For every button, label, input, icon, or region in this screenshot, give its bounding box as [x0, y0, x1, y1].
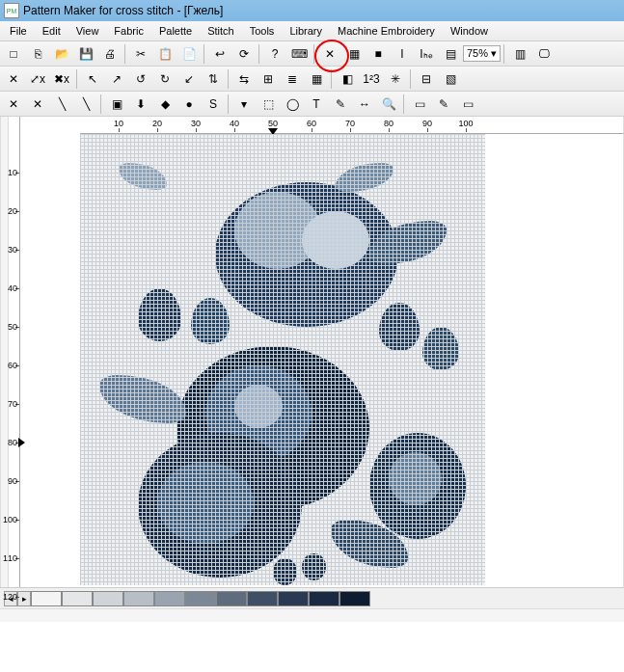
menu-fabric[interactable]: Fabric — [106, 22, 151, 40]
copy-icon[interactable]: ⎘ — [26, 43, 49, 65]
print-icon[interactable]: 🖨 — [98, 43, 122, 65]
v-mirror-icon[interactable]: ⇅ — [202, 68, 225, 90]
zoom-select[interactable]: 75% ▾ — [463, 45, 501, 62]
undo-icon[interactable]: ↩ — [208, 43, 231, 65]
rect-icon[interactable]: ▭ — [408, 94, 431, 115]
menu-window[interactable]: Window — [443, 22, 496, 40]
new-icon[interactable]: □ — [2, 43, 25, 65]
freehand-icon[interactable]: ✎ — [329, 94, 352, 115]
h-mirror-icon[interactable]: ⇆ — [232, 68, 256, 90]
titlebar: PM Pattern Maker for cross stitch - [Гже… — [0, 0, 624, 21]
bead-icon[interactable]: ▣ — [105, 94, 128, 115]
workspace: 102030405060708090100110120 102030405060… — [0, 117, 624, 587]
shape-icon[interactable]: ▭ — [456, 94, 479, 115]
vruler-label: 120 — [3, 592, 17, 602]
canvas[interactable] — [80, 134, 485, 585]
back-1-icon[interactable]: ╲ — [50, 94, 73, 115]
color-mode-icon[interactable]: ◧ — [336, 68, 359, 90]
italic-icon[interactable]: I — [391, 43, 414, 65]
palette-swatch[interactable] — [62, 591, 93, 606]
line-icon[interactable]: ↔ — [353, 94, 376, 115]
special-icon[interactable]: ● — [177, 94, 201, 115]
grid-icon[interactable]: ▦ — [342, 43, 366, 65]
french-icon[interactable]: ⬇ — [129, 94, 152, 115]
menu-view[interactable]: View — [68, 22, 107, 40]
menu-file[interactable]: File — [2, 22, 35, 40]
select-oval-icon[interactable]: ◯ — [281, 94, 304, 115]
palette-swatch[interactable] — [216, 591, 247, 606]
paste-special-icon[interactable]: 📄 — [177, 43, 201, 65]
select-rect-icon[interactable]: ⬚ — [257, 94, 280, 115]
menu-stitch[interactable]: Stitch — [200, 22, 242, 40]
hruler-label: 70 — [345, 119, 355, 128]
solid-icon[interactable]: ■ — [366, 43, 390, 65]
hruler-label: 30 — [191, 119, 201, 128]
grid-overlay — [80, 134, 485, 585]
hruler-label: 50 — [268, 119, 278, 128]
sw-icon[interactable]: ↙ — [177, 68, 201, 90]
paste-icon[interactable]: 📋 — [153, 43, 176, 65]
align-icon[interactable]: ≣ — [281, 68, 304, 90]
ne-icon[interactable]: ↗ — [105, 68, 128, 90]
palette-swatch[interactable] — [309, 591, 339, 606]
rot-ccw-icon[interactable]: ↺ — [129, 68, 152, 90]
flip-v-icon[interactable]: ✖x — [50, 68, 73, 90]
open-icon[interactable]: 📂 — [50, 43, 73, 65]
menu-edit[interactable]: Edit — [35, 22, 68, 40]
fit-icon[interactable]: 🖵 — [532, 43, 556, 65]
half-x-icon[interactable]: ✕ — [26, 94, 49, 115]
nw-icon[interactable]: ↖ — [81, 68, 104, 90]
numbers-icon[interactable]: 1²3 — [360, 68, 383, 90]
palette-swatch[interactable] — [123, 591, 154, 606]
palette-swatch[interactable] — [339, 591, 370, 606]
menu-library[interactable]: Library — [282, 22, 330, 40]
vruler-label: 90 — [8, 476, 17, 486]
backstitch-icon[interactable]: Iₕₑ — [415, 43, 438, 65]
redo-icon[interactable]: ⟳ — [232, 43, 256, 65]
hruler-label: 100 — [458, 119, 473, 128]
ruler-vertical: 102030405060708090100110120 — [9, 117, 20, 587]
canvas-area: 102030405060708090100 — [20, 117, 623, 587]
palette-swatch[interactable] — [93, 591, 123, 606]
menu-tools[interactable]: Tools — [242, 22, 283, 40]
dropdown-icon[interactable]: ▾ — [232, 94, 256, 115]
rot-cw-icon[interactable]: ↻ — [153, 68, 176, 90]
menu-palette[interactable]: Palette — [151, 22, 200, 40]
palette-swatch[interactable] — [185, 591, 216, 606]
color-palette: ◂▸ — [0, 587, 624, 608]
highlight-icon[interactable]: ✳ — [384, 68, 407, 90]
full-x-icon[interactable]: ✕ — [2, 94, 25, 115]
vruler-label: 70 — [8, 399, 17, 409]
text-icon[interactable]: T — [305, 94, 328, 115]
zoom-dropdown-icon[interactable]: ▥ — [508, 43, 531, 65]
center-icon[interactable]: ⊞ — [257, 68, 280, 90]
cut-icon[interactable]: ✂ — [129, 43, 152, 65]
vruler-label: 50 — [8, 322, 17, 332]
pen2-icon[interactable]: ✎ — [432, 94, 455, 115]
palette-swatch[interactable] — [154, 591, 185, 606]
vruler-label: 30 — [8, 245, 17, 255]
hruler-label: 40 — [230, 119, 239, 128]
petite-icon[interactable]: ◆ — [153, 94, 176, 115]
menu-machine-embroidery[interactable]: Machine Embroidery — [330, 22, 443, 40]
palette-swatch[interactable] — [247, 591, 278, 606]
palette-swatch[interactable] — [278, 591, 309, 606]
specialty-icon[interactable]: S — [202, 94, 225, 115]
hruler-label: 90 — [422, 119, 432, 128]
palette-swatch[interactable] — [31, 591, 62, 606]
ruler-horizontal: 102030405060708090100 — [80, 117, 623, 134]
view-symbols-icon[interactable]: ▤ — [439, 43, 462, 65]
back-2-icon[interactable]: ╲ — [74, 94, 97, 115]
hatch-icon[interactable]: ▧ — [439, 68, 462, 90]
palette-next-icon[interactable]: ▸ — [17, 591, 31, 606]
save-icon[interactable]: 💾 — [74, 43, 97, 65]
grid-toggle-icon[interactable]: ⊟ — [415, 68, 438, 90]
kbd-icon[interactable]: ⌨ — [287, 43, 311, 65]
help-icon[interactable]: ? — [263, 43, 286, 65]
del-icon[interactable]: ✕ — [2, 68, 25, 90]
zoom-icon[interactable]: 🔍 — [377, 94, 400, 115]
palette-icon[interactable]: ▦ — [305, 68, 328, 90]
hruler-label: 60 — [307, 119, 316, 128]
full-stitch-icon[interactable]: ✕ — [318, 43, 341, 65]
flip-h-icon[interactable]: ⤢x — [26, 68, 49, 90]
